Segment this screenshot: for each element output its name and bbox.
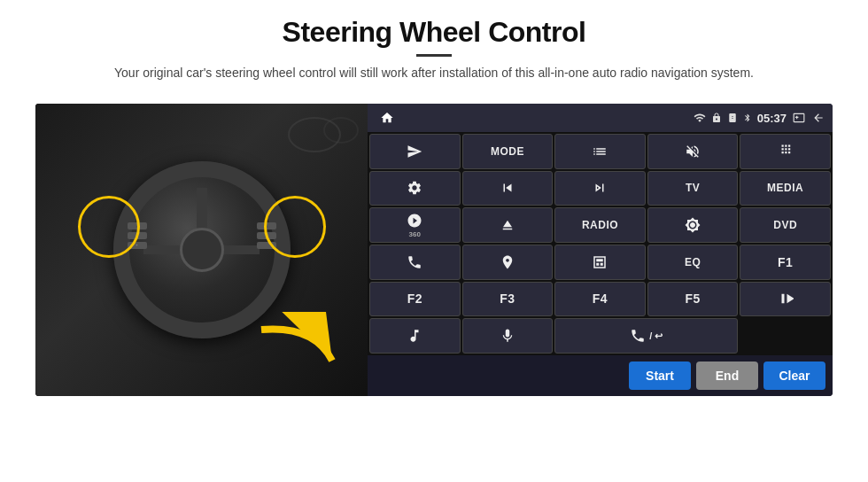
time-display: 05:37 xyxy=(757,112,787,125)
home-button[interactable] xyxy=(375,105,399,130)
cam360-button[interactable]: 360 xyxy=(369,207,461,243)
music-button[interactable] xyxy=(369,318,461,354)
status-bar: 05:37 xyxy=(368,104,833,132)
page-subtitle: Your original car's steering wheel contr… xyxy=(114,64,754,82)
window-button[interactable] xyxy=(554,245,646,280)
grid-button[interactable] xyxy=(740,134,831,169)
f1-button[interactable]: F1 xyxy=(740,245,831,280)
wheel-hub xyxy=(180,228,224,272)
dvd-button[interactable]: DVD xyxy=(740,207,831,243)
back-icon[interactable] xyxy=(811,112,825,124)
control-panel: 05:37 MODE xyxy=(368,104,833,396)
screen-icon xyxy=(792,112,806,124)
phone-button[interactable] xyxy=(369,245,461,280)
title-divider xyxy=(416,54,452,57)
send-button[interactable] xyxy=(369,134,461,169)
f2-button[interactable]: F2 xyxy=(369,282,461,317)
f5-button[interactable]: F5 xyxy=(647,282,739,317)
gps-button[interactable] xyxy=(462,245,554,280)
bluetooth-icon xyxy=(743,112,752,124)
settings-button[interactable] xyxy=(369,171,461,206)
wifi-icon xyxy=(694,112,706,124)
rewind-button[interactable] xyxy=(462,171,554,206)
end-button[interactable]: End xyxy=(696,362,758,390)
highlight-right xyxy=(264,196,326,258)
lock-icon xyxy=(711,112,722,124)
sim-icon xyxy=(727,112,738,124)
title-section: Steering Wheel Control Your original car… xyxy=(114,16,754,82)
radio-button[interactable]: RADIO xyxy=(554,207,646,243)
call-button[interactable]: / ↩ xyxy=(554,318,738,354)
arrow-icon xyxy=(244,312,359,387)
highlight-left xyxy=(78,196,140,258)
steering-wheel-section: + xyxy=(35,104,368,396)
mic-button[interactable] xyxy=(462,318,554,354)
tv-button[interactable]: TV xyxy=(647,171,739,206)
steering-wheel-image: + xyxy=(35,104,368,396)
eq-button[interactable]: EQ xyxy=(647,245,739,280)
page-title: Steering Wheel Control xyxy=(114,16,754,49)
status-bar-left xyxy=(375,105,399,130)
mute-button[interactable] xyxy=(647,134,739,169)
f3-button[interactable]: F3 xyxy=(462,282,554,317)
button-grid: MODE TV xyxy=(368,132,833,355)
start-button[interactable]: Start xyxy=(629,362,691,390)
playpause-button[interactable] xyxy=(740,282,831,317)
fastforward-button[interactable] xyxy=(554,171,646,206)
page-container: Steering Wheel Control Your original car… xyxy=(0,0,868,482)
clear-button[interactable]: Clear xyxy=(763,362,825,390)
media-button[interactable]: MEDIA xyxy=(740,171,831,206)
list-button[interactable] xyxy=(554,134,646,169)
brightness-button[interactable] xyxy=(647,207,739,243)
eject-button[interactable] xyxy=(462,207,554,243)
mode-button[interactable]: MODE xyxy=(462,134,554,169)
f4-button[interactable]: F4 xyxy=(554,282,646,317)
action-bar: Start End Clear xyxy=(368,355,833,396)
content-area: + xyxy=(35,104,833,396)
status-bar-right: 05:37 xyxy=(694,112,825,125)
